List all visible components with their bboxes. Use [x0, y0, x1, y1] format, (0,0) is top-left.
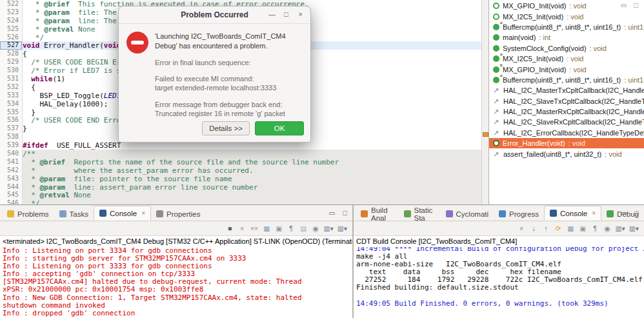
line-number[interactable]: 524 [0, 17, 22, 25]
scroll-lock-icon[interactable]: ▣ [579, 224, 587, 232]
open-console-icon[interactable]: ▥▾ [629, 224, 639, 232]
ok-button[interactable]: OK [255, 121, 304, 135]
tab-static-sta[interactable]: Static Sta [399, 207, 441, 221]
tab-label: Console [560, 210, 587, 217]
dialog-titlebar[interactable]: Problem Occurred —□× [119, 6, 310, 24]
clear-console-icon[interactable]: ▦ [567, 224, 575, 232]
right-console-toolbar: ×↓↑⟳▦▣¶◉▥▾▥▾ [354, 221, 644, 236]
tab-console[interactable]: Console× [544, 206, 601, 221]
tab-cyclomati[interactable]: Cyclomati [441, 207, 494, 221]
line-number[interactable]: 530 [0, 66, 22, 75]
terminate-icon[interactable]: ■ [226, 224, 234, 232]
minimize-icon[interactable]: ▭ [619, 1, 628, 9]
outline-item[interactable]: ↗HAL_I2C_ErrorCallback(I2C_HandleTypeDef… [489, 128, 644, 138]
tab-problems[interactable]: Problems [2, 207, 54, 221]
next-item-icon[interactable]: ↓ [530, 224, 538, 232]
line-number[interactable]: 531 [0, 75, 22, 83]
line-number[interactable]: 529 [0, 58, 22, 66]
line-number[interactable]: 525 [0, 25, 22, 34]
line-number[interactable]: 539 [0, 141, 22, 150]
dialog-maximize-icon[interactable]: □ [282, 10, 290, 18]
outline-item[interactable]: Error_Handler(void) : void [489, 138, 644, 148]
outline-item[interactable]: Buffercmp(uint8_t*, uint8_t*, uint16_t) … [489, 22, 644, 32]
line-number[interactable]: 540 [0, 150, 22, 158]
outline-item[interactable]: MX_GPIO_Init(void) : void [489, 64, 644, 74]
outline-item[interactable]: ↗HAL_I2C_MasterRxCpltCallback(I2C_Handle… [489, 106, 644, 117]
line-number[interactable]: 541 [0, 158, 22, 166]
line-number[interactable]: 533 [0, 92, 22, 100]
line-number[interactable]: 543 [0, 175, 22, 183]
display-console-icon[interactable]: ▥▾ [324, 224, 334, 232]
tab-label: Console [110, 210, 137, 217]
overview-ruler[interactable] [481, 0, 488, 204]
tab-build-anal[interactable]: Build Anal [356, 207, 399, 221]
line-number[interactable]: 537 [0, 124, 22, 133]
outline-item[interactable]: SystemClock_Config(void) : void [489, 43, 644, 54]
line-number[interactable]: 545 [0, 191, 22, 199]
outline-item[interactable]: Buffercmp(uint8_t*, uint8_t*, uint16_t) … [489, 75, 644, 85]
maximize-icon[interactable]: □ [341, 209, 349, 217]
code-line: * @brief Reports the name of the source … [23, 158, 482, 166]
previous-item-icon[interactable]: ↑ [542, 224, 550, 232]
line-number[interactable]: 527 [0, 41, 22, 50]
right-tabbar: Build AnalStatic StaCyclomatiProgressCon… [354, 205, 644, 221]
outline-item[interactable]: main(void) : int [489, 32, 644, 43]
outline-item[interactable]: ↗HAL_I2C_SlaveRxCpltCallback(I2C_HandleT… [489, 117, 644, 127]
line-number[interactable]: 523 [0, 8, 22, 17]
tab-label: Build Anal [371, 206, 394, 222]
line-number[interactable]: 538 [0, 133, 22, 141]
minimize-icon[interactable]: ▭ [328, 209, 336, 217]
refresh-icon[interactable]: ⟳ [554, 224, 563, 232]
function-name: HAL_I2C_SlaveRxCpltCallback(I2C_HandleTy… [503, 118, 644, 126]
word-wrap-icon[interactable]: ¶ [287, 224, 296, 232]
line-number[interactable]: 528 [0, 50, 22, 58]
dialog-error-command: Failed to execute MI command: [155, 74, 307, 83]
outline-item[interactable]: MX_I2C5_Init(void) : void [489, 11, 644, 21]
pin-console-icon[interactable]: ◉ [603, 224, 612, 232]
maximize-icon[interactable]: □ [632, 209, 641, 217]
tab-progress[interactable]: Progress [494, 207, 544, 221]
line-number[interactable]: 544 [0, 183, 22, 192]
editor-gutter[interactable]: 5225235245255265275285295305315325335345… [0, 0, 23, 204]
minimize-icon[interactable]: ▭ [619, 209, 628, 217]
outline-item[interactable]: MX_I2C5_Init(void) : void [489, 54, 644, 64]
open-console-icon[interactable]: ▥▾ [337, 224, 347, 232]
return-type: : void [590, 45, 607, 52]
display-console-icon[interactable]: ▥▾ [616, 224, 625, 232]
details-button[interactable]: Details >> [202, 121, 250, 135]
outline-item[interactable]: ↗HAL_I2C_SlaveTxCpltCallback(I2C_HandleT… [489, 96, 644, 106]
line-number[interactable]: 522 [0, 0, 22, 8]
scroll-lock-icon[interactable]: ▣ [275, 224, 283, 232]
line-number[interactable]: 526 [0, 34, 22, 42]
dialog-minimize-icon[interactable]: — [268, 10, 276, 18]
outline-item[interactable]: ↗HAL_I2C_MasterTxCpltCallback(I2C_Handle… [489, 85, 644, 95]
bottom-panels: ProblemsTasksConsole×Properties▭□ ■×××▦▣… [0, 204, 644, 318]
close-tab-icon[interactable]: × [141, 210, 145, 217]
line-number[interactable]: 534 [0, 100, 22, 108]
line-number[interactable]: 542 [0, 166, 22, 175]
close-tab-icon[interactable]: × [592, 210, 596, 217]
outline-item[interactable]: ↗assert_failed(uint8_t*, uint32_t) : voi… [489, 148, 644, 159]
return-type: : uint16_t [624, 76, 644, 84]
line-number[interactable]: 536 [0, 116, 22, 124]
remove-item-icon[interactable]: × [518, 224, 526, 232]
maximize-icon[interactable]: □ [632, 1, 640, 9]
tab-console[interactable]: Console× [94, 206, 151, 221]
line-number[interactable]: 532 [0, 83, 22, 92]
remove-launch-icon[interactable]: × [238, 224, 247, 232]
overview-marker[interactable] [483, 132, 488, 137]
code-line: * @param file: pointer to the source fil… [23, 175, 482, 183]
show-stdout-icon[interactable]: ▤ [299, 224, 308, 232]
word-wrap-icon[interactable]: ¶ [591, 224, 599, 232]
line-number[interactable]: 535 [0, 108, 22, 117]
tab-tasks[interactable]: Tasks [54, 207, 94, 221]
debug-console-output[interactable]: Info : Listening on port 3334 for gdb co… [0, 246, 352, 318]
remove-all-launches-icon[interactable]: ×× [250, 224, 259, 232]
clear-console-icon[interactable]: ▦ [263, 224, 271, 232]
dialog-close-icon[interactable]: × [296, 10, 305, 18]
function-name: assert_failed(uint8_t*, uint32_t) [503, 150, 601, 158]
pin-console-icon[interactable]: ◉ [312, 224, 320, 232]
tab-properties[interactable]: Properties [151, 207, 205, 221]
build-console-output[interactable]: 14:49:04 **** Incremental Build of confi… [354, 246, 644, 318]
outline-list: MX_GPIO_Init(void) : voidMX_I2C5_Init(vo… [489, 0, 644, 159]
